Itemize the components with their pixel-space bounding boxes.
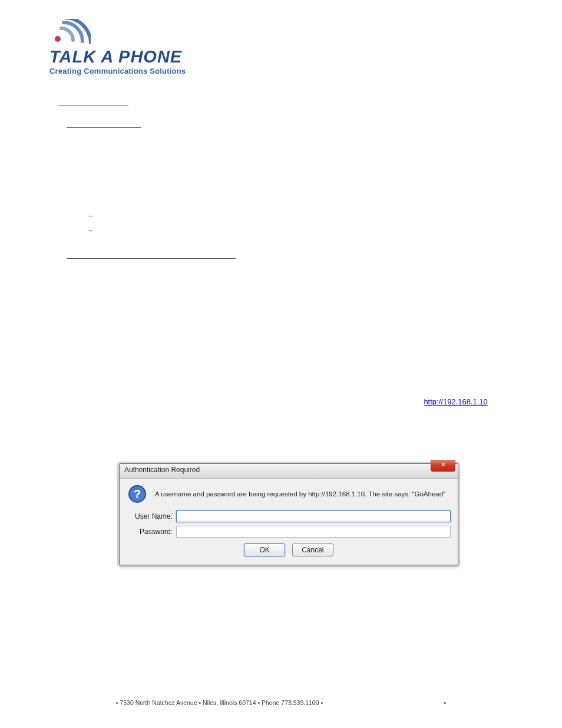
heading-getting-started: 4.1 Getting Started	[67, 117, 141, 128]
doc-subtitle: Configuration and Operation Manual	[342, 54, 513, 66]
bullet-icon: –	[88, 226, 99, 235]
step-1: 1.Open a web browser and enter the IP ad…	[67, 395, 503, 424]
list-item: –A Java-Script enabled web browser	[88, 226, 353, 235]
page-footer: • 7530 North Natchez Avenue • Niles, Ill…	[0, 699, 562, 706]
heading-configuration: 4. Configuration	[58, 93, 128, 106]
cancel-button[interactable]: Cancel	[292, 543, 333, 556]
sound-arcs-icon	[49, 19, 91, 47]
dialog-body: ? A username and password are being requ…	[120, 479, 458, 565]
list-item: –A computer connected to the same networ…	[88, 211, 353, 220]
ok-button[interactable]: OK	[244, 543, 285, 556]
password-input[interactable]	[176, 526, 451, 538]
svg-text:?: ?	[134, 487, 141, 500]
password-label: Password:	[127, 528, 173, 536]
requirements-list: –A computer connected to the same networ…	[88, 211, 353, 241]
dialog-message: A username and password are being reques…	[155, 490, 445, 498]
brand-logo: TALK A PHONE Creating Communications Sol…	[49, 19, 203, 75]
svg-point-0	[55, 36, 61, 42]
doc-product: VOIP-500 Series Phone	[342, 40, 513, 54]
figure-caption: Figure 1 Authentication Required	[0, 569, 562, 578]
ip-address-link[interactable]: http://192.168.1.10	[424, 397, 487, 406]
paragraph-webconfig: The following sections describe how to c…	[67, 268, 503, 326]
page-number: Page 10 of 60Rev. 3/21/2012	[471, 711, 513, 725]
paragraph-intro: The VOIP-500 Series Phone is configured …	[67, 136, 503, 174]
username-label: User Name:	[127, 512, 173, 521]
heading-web-config: 4.2 Accessing the Web Configuration Util…	[67, 248, 236, 259]
dialog-titlebar[interactable]: Authentication Required ✕	[120, 464, 458, 479]
doc-header: VOIP-500 Series Phone Configuration and …	[342, 40, 513, 66]
paragraph-requirements: To access the Web GUI, you will need:	[67, 195, 503, 203]
bullet-icon: –	[88, 211, 99, 220]
close-icon: ✕	[441, 461, 446, 468]
close-button[interactable]: ✕	[431, 460, 455, 472]
question-icon: ?	[128, 485, 147, 503]
auth-dialog: Authentication Required ✕ ? A username a…	[119, 463, 458, 565]
username-input[interactable]	[176, 510, 451, 522]
step-2: 2.Enter the Username/Password (default: …	[67, 589, 503, 618]
dialog-title: Authentication Required	[124, 466, 200, 474]
logo-tagline: Creating Communications Solutions	[49, 67, 203, 75]
logo-title: TALK A PHONE	[49, 48, 203, 65]
